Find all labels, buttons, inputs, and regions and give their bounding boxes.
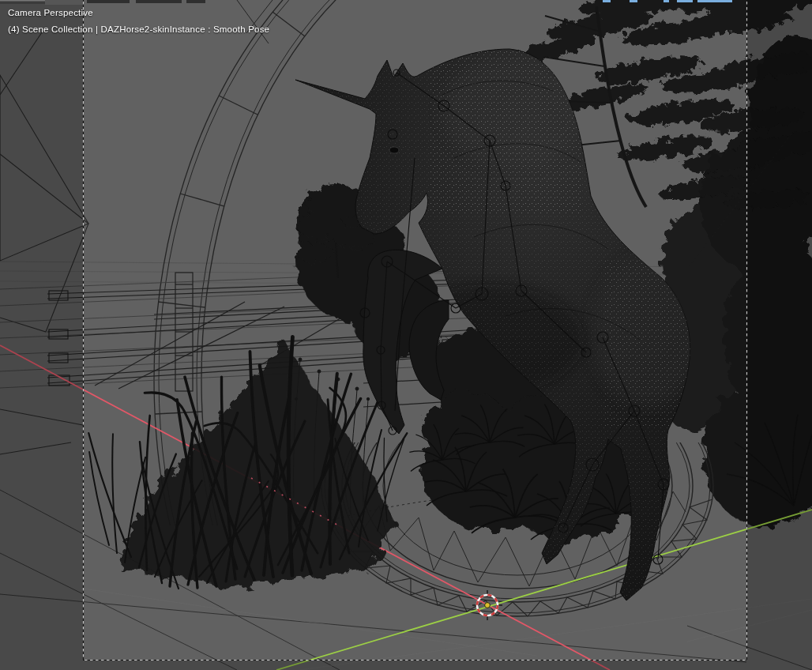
blender-3d-viewport[interactable]: Camera Perspective (4) Scene Collection … — [0, 0, 812, 670]
active-object-label: (4) Scene Collection | DAZHorse2-skinIns… — [8, 24, 269, 35]
unicorn-eye — [389, 147, 399, 153]
viewport-canvas[interactable] — [0, 0, 812, 670]
view-name-label: Camera Perspective — [8, 7, 93, 18]
